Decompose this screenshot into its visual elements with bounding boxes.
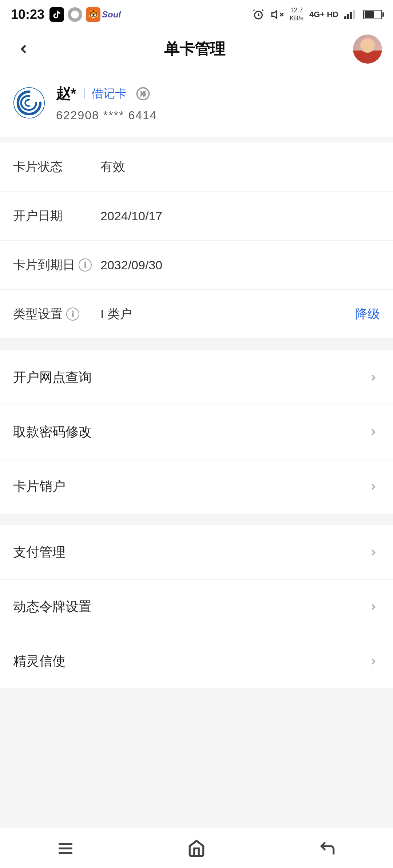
expiry-info-icon[interactable]: ℹ xyxy=(79,258,92,272)
tiktok-icon xyxy=(49,7,64,22)
card-cancel-row[interactable]: 卡片销户 xyxy=(0,459,393,514)
bank-logo xyxy=(13,87,45,119)
status-left: 10:23 🐯 Soul xyxy=(11,7,119,22)
account-type-info-icon[interactable]: ℹ xyxy=(66,308,79,321)
svg-rect-6 xyxy=(350,12,352,19)
dynamic-token-label: 动态令牌设置 xyxy=(13,598,92,616)
svg-rect-7 xyxy=(353,10,355,19)
nav-home-button[interactable] xyxy=(175,834,218,863)
open-date-row: 开户日期 2024/10/17 xyxy=(0,192,393,241)
nav-back-button[interactable] xyxy=(306,834,349,863)
signal-bars xyxy=(344,10,357,19)
svg-point-0 xyxy=(71,11,79,19)
dynamic-token-chevron xyxy=(367,600,380,614)
card-status-row: 卡片状态 有效 xyxy=(0,142,393,192)
mute-icon xyxy=(271,8,284,21)
smart-messenger-label: 精灵信使 xyxy=(13,652,66,670)
account-type-value: I 类户 xyxy=(100,306,355,322)
status-right: 12.7 KB/s 4G+ HD xyxy=(252,7,382,22)
expiry-date-row: 卡片到期日 ℹ 2032/09/30 xyxy=(0,241,393,290)
dynamic-token-row[interactable]: 动态令牌设置 xyxy=(0,580,393,634)
expiry-date-value: 2032/09/30 xyxy=(100,258,380,272)
card-details: 赵* 借记卡 622908 **** 6414 xyxy=(56,84,380,122)
expiry-date-label: 卡片到期日 ℹ xyxy=(13,257,100,273)
edit-icon[interactable] xyxy=(134,85,152,103)
divider xyxy=(84,88,84,99)
card-info-section: 赵* 借记卡 622908 **** 6414 xyxy=(0,69,393,142)
alarm-icon xyxy=(252,8,265,21)
card-status-label: 卡片状态 xyxy=(13,158,100,175)
payment-mgmt-label: 支付管理 xyxy=(13,543,66,561)
info-section: 卡片状态 有效 开户日期 2024/10/17 卡片到期日 ℹ 2032/09/… xyxy=(0,142,393,339)
battery-icon xyxy=(363,10,382,19)
payment-mgmt-row[interactable]: 支付管理 xyxy=(0,525,393,580)
avatar[interactable] xyxy=(353,35,382,64)
soul-icon: Soul xyxy=(104,7,119,22)
smart-messenger-chevron xyxy=(367,655,380,668)
payment-mgmt-chevron xyxy=(367,546,380,559)
open-date-value: 2024/10/17 xyxy=(100,209,380,223)
section-separator-2 xyxy=(0,514,393,519)
message-icon xyxy=(68,7,82,22)
account-type-label: 类型设置 ℹ xyxy=(13,306,100,322)
branch-query-label: 开户网点查询 xyxy=(13,369,92,386)
downgrade-button[interactable]: 降级 xyxy=(355,306,380,322)
network-type: 4G+ HD xyxy=(309,10,338,19)
card-holder-name: 赵* xyxy=(56,84,76,104)
branch-query-chevron xyxy=(367,371,380,384)
status-time: 10:23 xyxy=(11,7,44,22)
bottom-spacer xyxy=(0,688,393,728)
nav-bar: 单卡管理 xyxy=(0,29,393,69)
smart-messenger-row[interactable]: 精灵信使 xyxy=(0,634,393,688)
branch-query-row[interactable]: 开户网点查询 xyxy=(0,350,393,405)
svg-rect-5 xyxy=(347,14,349,19)
back-button[interactable] xyxy=(11,36,36,62)
card-type: 借记卡 xyxy=(92,86,127,102)
section-separator-1 xyxy=(0,339,393,345)
account-type-row: 类型设置 ℹ I 类户 降级 xyxy=(0,290,393,339)
card-number: 622908 **** 6414 xyxy=(56,109,380,122)
svg-rect-4 xyxy=(344,16,346,19)
password-change-label: 取款密码修改 xyxy=(13,423,92,441)
card-cancel-chevron xyxy=(367,480,380,493)
status-app-icons: 🐯 Soul xyxy=(49,7,119,22)
password-change-chevron xyxy=(367,426,380,439)
menu-section-2: 支付管理 动态令牌设置 精灵信使 xyxy=(0,525,393,688)
password-change-row[interactable]: 取款密码修改 xyxy=(0,405,393,459)
card-name-row: 赵* 借记卡 xyxy=(56,84,380,104)
tiger-icon: 🐯 xyxy=(86,7,100,22)
nav-menu-button[interactable] xyxy=(44,834,87,863)
page-title: 单卡管理 xyxy=(164,39,225,59)
card-status-value: 有效 xyxy=(100,158,380,175)
status-bar: 10:23 🐯 Soul xyxy=(0,0,393,29)
bottom-nav xyxy=(0,828,393,868)
card-cancel-label: 卡片销户 xyxy=(13,478,66,495)
network-info: 12.7 KB/s xyxy=(290,7,303,22)
menu-section-1: 开户网点查询 取款密码修改 卡片销户 xyxy=(0,350,393,514)
open-date-label: 开户日期 xyxy=(13,208,100,224)
